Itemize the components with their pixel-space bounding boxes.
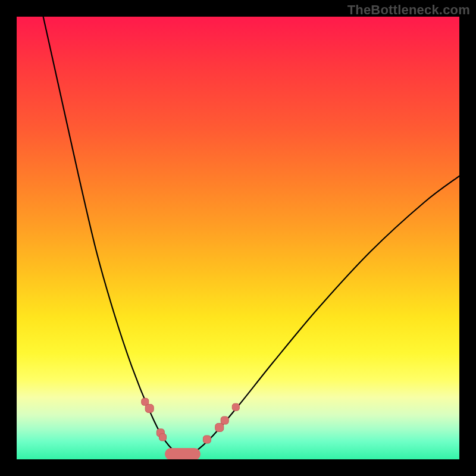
marker-right-mid xyxy=(215,423,224,431)
marker-left-upper xyxy=(145,404,154,412)
marker-left-lower xyxy=(159,434,167,441)
marker-right-mid xyxy=(221,416,228,424)
watermark-text: TheBottleneck.com xyxy=(347,2,470,18)
chart-frame: TheBottleneck.com xyxy=(0,0,476,476)
marker-right-upper xyxy=(232,403,239,411)
chart-svg xyxy=(17,17,459,459)
marker-bottom-pill xyxy=(165,448,201,459)
plot-area xyxy=(17,17,459,459)
bottleneck-curve xyxy=(43,17,459,456)
marker-right-lower xyxy=(203,436,211,443)
marker-layer xyxy=(142,398,240,459)
